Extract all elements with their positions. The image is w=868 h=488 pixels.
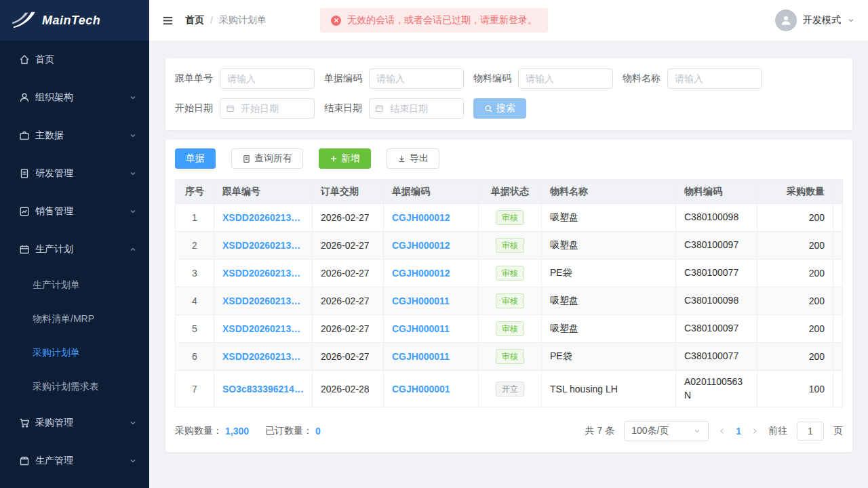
cell-material-code: C380100098 [676, 204, 757, 232]
table-row: 5 XSDD2026021306… 2026-02-27 CGJH000011 … [176, 315, 843, 343]
page-unit-label: 页 [833, 425, 843, 437]
col-extra [833, 180, 843, 204]
order-no-link[interactable]: XSDD2026021306… [222, 351, 304, 362]
download-icon [397, 155, 406, 163]
add-button-label: 新增 [341, 152, 360, 165]
sidebar-subitem-bom-mrp[interactable]: 物料清单/MRP [0, 302, 149, 336]
cell-material-code: C380100098 [676, 287, 757, 315]
goto-label: 前往 [768, 425, 787, 437]
table-toolbar: 单据 查询所有 新增 [175, 148, 843, 169]
sidebar-item-label: 主数据 [35, 129, 64, 142]
page-size-select[interactable]: 100条/页 [624, 421, 709, 441]
sidebar-subitem-purchase-plan-demand[interactable]: 采购计划需求表 [0, 370, 149, 404]
col-seq: 序号 [176, 180, 214, 204]
order-no-link[interactable]: XSDD2026021306… [222, 212, 304, 223]
home-icon [19, 54, 30, 65]
filter-label-material-code: 物料编码 [473, 73, 511, 85]
status-badge: 审核 [496, 210, 524, 225]
sidebar-item-production-plan[interactable]: 生产计划 [0, 230, 149, 268]
col-material-code: 物料编码 [676, 180, 757, 204]
doc-code-link[interactable]: CGJH000011 [392, 323, 470, 334]
material-name-input[interactable] [667, 68, 762, 89]
order-no-link[interactable]: SO3c833396214e40 [222, 384, 304, 394]
export-button[interactable]: 导出 [387, 148, 439, 169]
sidebar-subitem-production-plan-order[interactable]: 生产计划单 [0, 268, 149, 302]
order-no-link[interactable]: XSDD2026021306… [222, 296, 304, 306]
breadcrumb-separator: / [210, 15, 213, 26]
chevron-down-icon [129, 169, 137, 178]
document-mode-button[interactable]: 单据 [175, 148, 216, 169]
doc-code-input[interactable] [369, 68, 464, 89]
page-size-value: 100条/页 [631, 425, 669, 437]
alert-text: 无效的会话，或者会话已过期，请重新登录。 [347, 14, 537, 26]
material-code-input[interactable] [518, 68, 613, 89]
status-badge: 审核 [496, 321, 524, 336]
cell-qty: 200 [757, 232, 833, 260]
order-no-input[interactable] [220, 68, 315, 89]
cell-qty: 200 [757, 343, 833, 371]
prev-page-icon[interactable] [718, 427, 726, 435]
logo-text: MainTech [42, 14, 100, 28]
export-button-label: 导出 [410, 152, 429, 165]
document-mode-label: 单据 [186, 152, 205, 165]
cell-qty: 200 [757, 204, 833, 232]
doc-code-link[interactable]: CGJH000012 [392, 268, 470, 279]
cell-material-name: 吸塑盘 [542, 232, 676, 260]
cell-material-name: 吸塑盘 [542, 204, 676, 232]
sidebar-item-label: 生产管理 [35, 455, 73, 467]
status-badge: 审核 [496, 266, 524, 281]
cell-material-name: PE袋 [542, 343, 676, 371]
document-icon [19, 168, 30, 179]
goto-page-input[interactable] [797, 422, 824, 441]
chart-icon [19, 206, 30, 217]
cell-due-date: 2026-02-27 [313, 343, 384, 371]
cell-material-name: 吸塑盘 [542, 287, 676, 315]
sidebar-subitem-label: 采购计划需求表 [33, 381, 99, 393]
filter-label-end-date: 结束日期 [324, 102, 362, 115]
chevron-down-icon [129, 94, 137, 102]
avatar-icon [775, 9, 797, 31]
doc-code-link[interactable]: CGJH000011 [392, 351, 470, 362]
order-no-link[interactable]: XSDD2026021306… [222, 268, 304, 279]
cell-qty: 200 [757, 287, 833, 315]
plus-icon [330, 155, 338, 163]
session-error-alert: 无效的会话，或者会话已过期，请重新登录。 [320, 8, 548, 33]
doc-code-link[interactable]: CGJH000012 [392, 240, 470, 251]
user-menu[interactable]: 开发模式 [775, 9, 855, 31]
sidebar-item-master-data[interactable]: 主数据 [0, 117, 149, 155]
filter-label-order-no: 跟单单号 [175, 73, 213, 85]
col-status: 单据状态 [479, 180, 542, 204]
top-bar: 首页 / 采购计划单 无效的会话，或者会话已过期，请重新登录。 开发模式 [149, 0, 868, 41]
cell-material-name: PE袋 [542, 260, 676, 287]
cell-seq: 4 [176, 287, 214, 315]
ordered-qty-label: 已订数量： [265, 425, 313, 437]
search-button-label: 搜索 [496, 102, 515, 115]
query-all-button[interactable]: 查询所有 [231, 148, 303, 169]
main-area: 首页 / 采购计划单 无效的会话，或者会话已过期，请重新登录。 开发模式 [149, 0, 868, 488]
page-number[interactable]: 1 [736, 426, 741, 436]
calendar-icon [375, 104, 384, 113]
add-button[interactable]: 新增 [319, 148, 371, 169]
search-button[interactable]: 搜索 [473, 98, 526, 119]
order-no-link[interactable]: XSDD2026021306… [222, 323, 304, 334]
sidebar-item-sales[interactable]: 销售管理 [0, 192, 149, 230]
next-page-icon[interactable] [751, 427, 759, 435]
sidebar-item-org[interactable]: 组织架构 [0, 79, 149, 117]
sidebar-item-purchasing[interactable]: 采购管理 [0, 404, 149, 442]
doc-code-link[interactable]: CGJH000001 [392, 384, 470, 394]
sidebar-item-manufacturing[interactable]: 生产管理 [0, 442, 149, 480]
sidebar-subitem-purchase-plan-order[interactable]: 采购计划单 [0, 336, 149, 370]
table-row: 6 XSDD2026021306… 2026-02-27 CGJH000011 … [176, 343, 843, 371]
sidebar-item-label: 首页 [35, 54, 54, 66]
doc-code-link[interactable]: CGJH000011 [392, 296, 470, 306]
query-all-label: 查询所有 [254, 152, 292, 165]
sidebar-item-rd[interactable]: 研发管理 [0, 155, 149, 192]
sidebar-item-label: 销售管理 [35, 205, 73, 218]
doc-code-link[interactable]: CGJH000012 [392, 212, 470, 223]
chevron-down-icon [129, 419, 137, 427]
order-no-link[interactable]: XSDD2026021306… [222, 240, 304, 251]
breadcrumb-home[interactable]: 首页 [185, 14, 204, 26]
sidebar-item-home[interactable]: 首页 [0, 41, 149, 79]
hamburger-menu-icon[interactable] [161, 14, 174, 27]
chevron-down-icon [129, 457, 137, 465]
